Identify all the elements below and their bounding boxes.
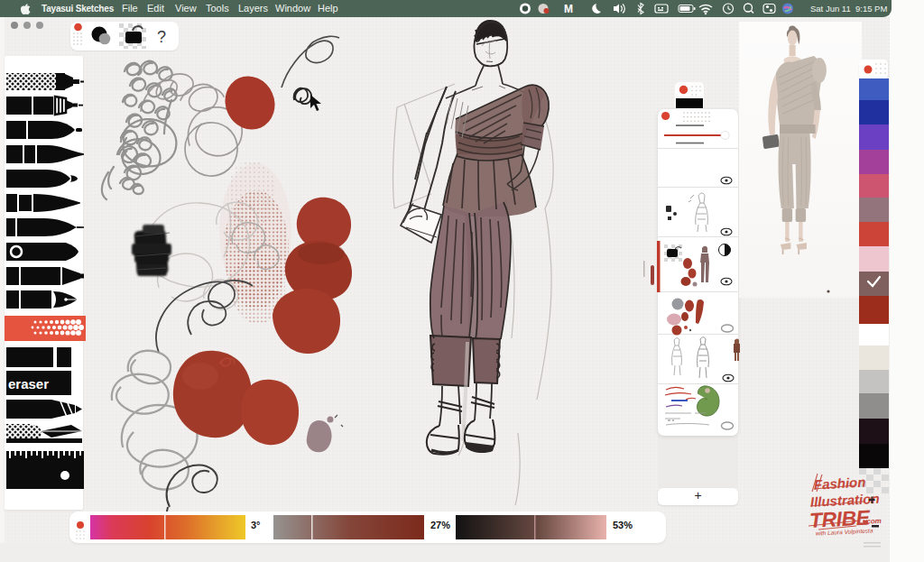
svg-text:53%: 53% — [613, 520, 633, 530]
svg-text:M: M — [564, 3, 573, 15]
svg-text:3°: 3° — [251, 520, 261, 530]
svg-text:27%: 27% — [430, 520, 450, 530]
svg-text:+: + — [868, 493, 875, 507]
